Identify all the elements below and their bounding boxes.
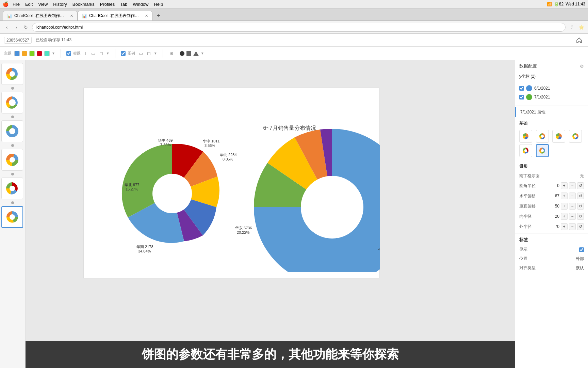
share-button[interactable]: ⤴ bbox=[568, 23, 576, 31]
shape-square[interactable] bbox=[186, 51, 191, 56]
chart-type-1[interactable] bbox=[519, 130, 532, 143]
outer-radius-reset[interactable]: ↺ bbox=[577, 223, 584, 230]
resize-handle-5[interactable] bbox=[11, 201, 14, 204]
h-offset-reset[interactable]: ↺ bbox=[577, 193, 584, 199]
menu-help[interactable]: Help bbox=[151, 2, 166, 7]
inner-radius-reset[interactable]: ↺ bbox=[577, 213, 584, 220]
radius-reset[interactable]: ↺ bbox=[577, 182, 584, 189]
legend-box-icon[interactable]: ◻ bbox=[146, 50, 152, 57]
shape-dropdown[interactable]: ▼ bbox=[201, 51, 204, 55]
shape-circle[interactable] bbox=[180, 51, 184, 56]
urlbar: ‹ › ↻ ⤴ ⭐ bbox=[0, 21, 588, 34]
chart-type-2[interactable] bbox=[536, 130, 549, 143]
series-item-2[interactable]: 7/1/2021 bbox=[515, 93, 588, 102]
refresh-button[interactable]: ↻ bbox=[22, 23, 30, 31]
h-offset-minus[interactable]: − bbox=[569, 193, 576, 199]
chart-thumb-6[interactable] bbox=[1, 206, 23, 228]
tab-2[interactable]: 📊 ChartCool--在线图表制作工具 ✕ bbox=[78, 11, 152, 20]
color-green[interactable] bbox=[29, 51, 35, 56]
chart-thumb-2[interactable] bbox=[1, 92, 23, 113]
inner-radius-input[interactable] bbox=[542, 214, 559, 219]
title-box-icon[interactable]: ◻ bbox=[98, 50, 104, 57]
label-show-checkbox[interactable] bbox=[579, 247, 584, 252]
apple-icon[interactable]: 🍎 bbox=[3, 1, 9, 7]
chart-type-3[interactable] bbox=[552, 130, 565, 143]
menu-bookmarks[interactable]: Bookmarks bbox=[70, 2, 97, 7]
align-icon[interactable]: ⊞ bbox=[168, 50, 174, 57]
color-red[interactable] bbox=[37, 51, 42, 56]
legend-dropdown[interactable]: ▼ bbox=[154, 51, 157, 55]
chart-canvas[interactable]: 6~7月销售量分布情况 bbox=[83, 88, 379, 278]
series-item-1[interactable]: 6/1/2021 bbox=[515, 84, 588, 93]
resize-handle-2[interactable] bbox=[11, 116, 14, 118]
new-tab-button[interactable]: + bbox=[154, 11, 163, 20]
home-button[interactable] bbox=[574, 35, 584, 45]
menu-file[interactable]: File bbox=[10, 2, 22, 7]
v-offset-input[interactable] bbox=[542, 204, 559, 209]
v-offset-minus[interactable]: − bbox=[569, 203, 576, 210]
menu-edit[interactable]: Edit bbox=[22, 2, 35, 7]
text-icon[interactable]: T bbox=[83, 50, 88, 57]
title-rect-icon[interactable]: ▭ bbox=[90, 50, 96, 57]
prop-outer-radius: 外半径 + − ↺ bbox=[515, 221, 588, 232]
menu-profiles[interactable]: Profiles bbox=[97, 2, 117, 7]
svg-point-3 bbox=[10, 157, 15, 163]
chart-thumb-1[interactable] bbox=[1, 63, 23, 85]
chart-type-4[interactable] bbox=[569, 130, 582, 143]
inner-radius-label: 内半径 bbox=[519, 214, 541, 219]
v-offset-plus[interactable]: + bbox=[561, 203, 568, 210]
prop-corner-radius: 南丁格尔圆 无 bbox=[515, 171, 588, 181]
outer-radius-minus[interactable]: − bbox=[569, 223, 576, 230]
chart-thumb-5[interactable] bbox=[1, 178, 23, 199]
color-yellow[interactable] bbox=[22, 51, 27, 56]
color-blue[interactable] bbox=[14, 51, 20, 56]
resize-handle-3[interactable] bbox=[11, 144, 14, 147]
back-button[interactable]: ‹ bbox=[3, 23, 11, 31]
chart-type-6[interactable] bbox=[536, 144, 549, 157]
title-toggle[interactable] bbox=[66, 51, 71, 56]
forward-button[interactable]: › bbox=[12, 23, 20, 31]
series-list-header: y坐标 (2) bbox=[515, 72, 588, 81]
shape-triangle[interactable] bbox=[193, 51, 199, 56]
main-layout: 数据源:自定义数据 6~7月销售量分布情况 bbox=[0, 60, 588, 368]
bookmark-button[interactable]: ⭐ bbox=[577, 23, 585, 31]
color-teal[interactable] bbox=[44, 51, 50, 56]
radius-plus[interactable]: + bbox=[561, 182, 568, 189]
radius-label: 圆角半径 bbox=[519, 183, 541, 189]
label-position-row: 位置 外部 bbox=[515, 254, 588, 263]
menu-tab[interactable]: Tab bbox=[117, 2, 130, 7]
basic-section-header: 基础 bbox=[515, 119, 588, 128]
menu-view[interactable]: View bbox=[35, 2, 50, 7]
url-input[interactable] bbox=[32, 23, 566, 32]
chart-thumb-4[interactable] bbox=[1, 149, 23, 171]
legend-toggle[interactable] bbox=[121, 51, 126, 56]
title-dropdown[interactable]: ▼ bbox=[106, 51, 110, 55]
tab-close-2[interactable]: ✕ bbox=[145, 14, 148, 18]
divider-2 bbox=[515, 160, 588, 160]
radius-minus[interactable]: − bbox=[569, 182, 576, 189]
svg-point-8 bbox=[524, 149, 527, 152]
inner-radius-minus[interactable]: − bbox=[569, 213, 576, 220]
theme-dropdown[interactable]: ▼ bbox=[52, 51, 55, 55]
tab-close-1[interactable]: ✕ bbox=[70, 14, 73, 18]
settings-icon[interactable]: ⚙ bbox=[580, 64, 584, 69]
outer-radius-plus[interactable]: + bbox=[561, 223, 568, 230]
h-offset-plus[interactable]: + bbox=[561, 193, 568, 199]
h-offset-input[interactable] bbox=[542, 194, 559, 198]
menu-history[interactable]: History bbox=[50, 2, 69, 7]
inner-radius-plus[interactable]: + bbox=[561, 213, 568, 220]
chart-type-5[interactable] bbox=[519, 144, 532, 157]
radius-input[interactable] bbox=[542, 183, 559, 188]
resize-handle-4[interactable] bbox=[11, 173, 14, 175]
chart-thumb-3[interactable] bbox=[1, 120, 23, 142]
series-checkbox-2[interactable] bbox=[519, 95, 524, 99]
series-checkbox-1[interactable] bbox=[519, 86, 524, 91]
tab-1[interactable]: 📊 ChartCool--在线图表制作工具 ✕ bbox=[3, 11, 78, 20]
outer-radius-input[interactable] bbox=[542, 224, 559, 229]
series-dot-1 bbox=[526, 85, 532, 91]
menu-window[interactable]: Window bbox=[130, 2, 151, 7]
label-huabei-2284: 华北 2284 bbox=[220, 153, 237, 157]
legend-rect-icon[interactable]: ▭ bbox=[138, 50, 144, 57]
v-offset-reset[interactable]: ↺ bbox=[577, 203, 584, 210]
resize-handle-1[interactable] bbox=[11, 87, 14, 90]
